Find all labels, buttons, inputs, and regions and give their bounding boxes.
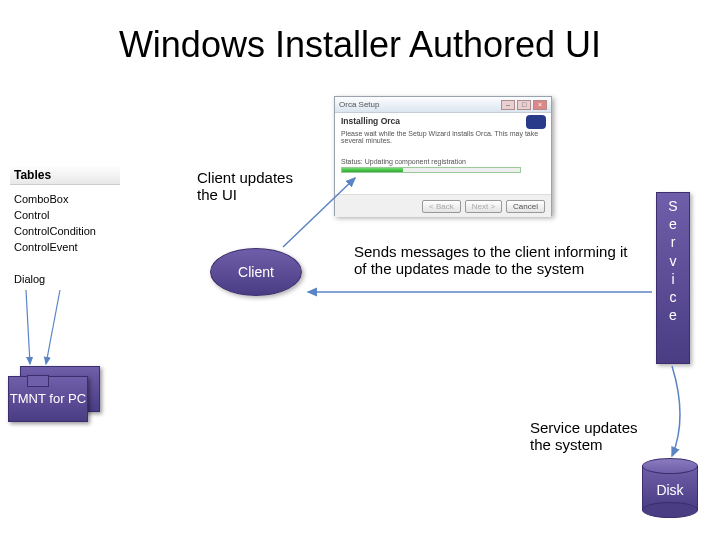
wizard-titlebar: Orca Setup – □ ×: [335, 97, 551, 113]
wizard-subtext: Please wait while the Setup Wizard insta…: [341, 130, 545, 144]
table-row: ControlCondition: [10, 223, 120, 239]
service-letter: S: [668, 197, 677, 215]
table-row: [10, 255, 120, 271]
service-letter: e: [669, 306, 677, 324]
disk-node: Disk: [642, 458, 698, 518]
service-letter: c: [670, 288, 677, 306]
wizard-status-label: Status:: [341, 158, 363, 165]
package-label: TMNT for PC: [10, 392, 86, 407]
wizard-window-title: Orca Setup: [339, 100, 379, 109]
label-client-updates: Client updates the UI: [197, 169, 317, 204]
maximize-icon[interactable]: □: [517, 100, 531, 110]
product-icon: [526, 115, 546, 129]
package-box: TMNT for PC: [8, 366, 100, 422]
disk-label: Disk: [642, 482, 698, 498]
minimize-icon[interactable]: –: [501, 100, 515, 110]
cancel-button[interactable]: Cancel: [506, 200, 545, 213]
service-letter: i: [671, 270, 674, 288]
table-row: ControlEvent: [10, 239, 120, 255]
package-box-front: TMNT for PC: [8, 376, 88, 422]
wizard-status: Status: Updating component registration: [341, 158, 545, 165]
installer-wizard-window: Orca Setup – □ × Installing Orca Please …: [334, 96, 552, 216]
client-label: Client: [238, 264, 274, 280]
label-service-updates: Service updates the system: [530, 419, 650, 454]
wizard-status-value: Updating component registration: [365, 158, 466, 165]
wizard-heading: Installing Orca: [341, 116, 545, 126]
slide-title: Windows Installer Authored UI: [0, 24, 720, 66]
service-letter: e: [669, 215, 677, 233]
wizard-footer: < Back Next > Cancel: [335, 195, 551, 217]
client-node: Client: [210, 248, 302, 296]
service-node: S e r v i c e: [656, 192, 690, 364]
close-icon[interactable]: ×: [533, 100, 547, 110]
next-button[interactable]: Next >: [465, 200, 502, 213]
tables-header: Tables: [10, 166, 120, 185]
label-sends-messages: Sends messages to the client informing i…: [354, 243, 644, 278]
service-letter: r: [671, 233, 676, 251]
table-row: Control: [10, 207, 120, 223]
table-row: ComboBox: [10, 191, 120, 207]
back-button[interactable]: < Back: [422, 200, 461, 213]
tables-panel: Tables ComboBox Control ControlCondition…: [10, 166, 120, 287]
svg-line-0: [26, 290, 30, 364]
service-letter: v: [670, 252, 677, 270]
svg-line-1: [46, 290, 60, 364]
table-row: Dialog: [10, 271, 120, 287]
progress-bar: [341, 167, 521, 173]
wizard-body: Installing Orca Please wait while the Se…: [335, 113, 551, 195]
